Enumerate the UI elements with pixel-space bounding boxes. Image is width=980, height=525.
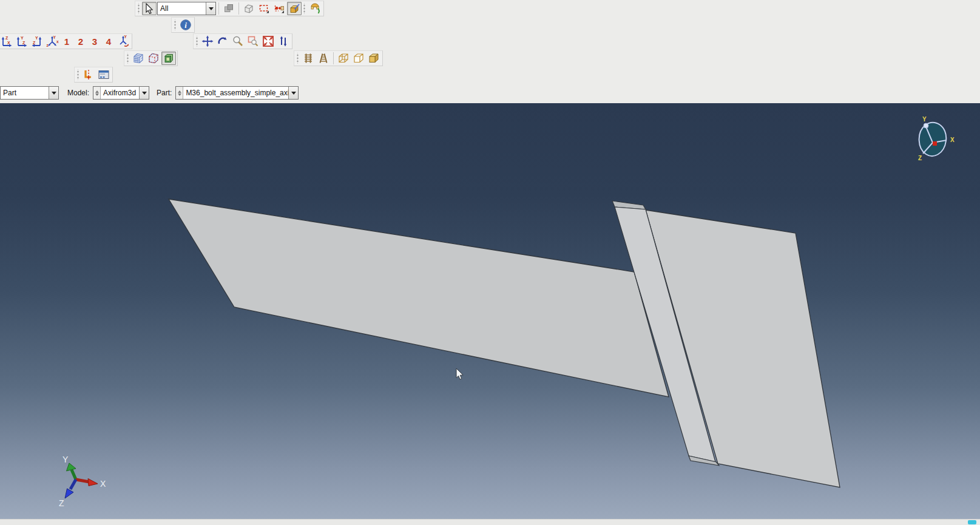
gold-hollow-cube-button[interactable] [351, 52, 366, 65]
front-view-axes-icon: Z X [0, 35, 13, 47]
triad-z-label: Z [59, 498, 64, 508]
apply-front-view-button[interactable]: Z X [0, 35, 14, 48]
cycle-views-button[interactable] [276, 35, 291, 48]
drag-shape-rectangle-icon [259, 3, 269, 14]
select-cursor-icon [144, 3, 155, 14]
user-view-2-button[interactable]: 2 [74, 36, 87, 47]
drag-shape-rectangle-button[interactable] [257, 2, 271, 15]
back-view-axes-icon: Y Z [15, 35, 29, 47]
render-shaded-button[interactable] [161, 52, 176, 65]
svg-text:x: x [56, 39, 59, 44]
projection-toolbar [294, 50, 383, 66]
svg-text:Z: Z [22, 41, 25, 45]
auto-fit-view-icon [262, 35, 274, 47]
abaqus-cae-window: { "selection_toolbar": { "filter_value":… [0, 0, 980, 525]
gold-solid-cube-button[interactable] [367, 52, 381, 65]
parallel-projection-button[interactable] [301, 52, 316, 65]
inside-entities-button[interactable] [272, 2, 286, 15]
model-combo[interactable]: Axifrom3d [93, 86, 149, 100]
toolbar-grip[interactable] [76, 69, 79, 80]
inside-entities-icon [274, 3, 285, 14]
viewport-annotations-button[interactable] [96, 68, 111, 81]
magnify-view-button[interactable] [231, 35, 245, 48]
snap-magnet-icon [309, 3, 321, 15]
module-combo[interactable]: Part [0, 86, 59, 100]
perspective-projection-button[interactable] [316, 52, 331, 65]
model-value: Axifrom3d [101, 89, 139, 97]
toolbar-area: All [0, 0, 980, 103]
select-cursor-button[interactable] [142, 2, 157, 15]
svg-text:Y: Y [124, 35, 127, 39]
compass-x-label: X [950, 137, 955, 143]
auto-fit-view-button[interactable] [261, 35, 275, 48]
viewcut-toolbar [74, 67, 113, 83]
user-view-4-button[interactable]: 4 [102, 36, 115, 47]
part-combo[interactable]: M36_bolt_assembly_simple_axi_1 [175, 86, 299, 100]
toolbar-grip[interactable] [174, 19, 177, 30]
apply-left-view-button[interactable]: Y Z [30, 35, 44, 48]
specify-view-button[interactable]: Y [116, 35, 130, 48]
svg-text:Y: Y [21, 36, 24, 40]
origin-triad: Y X Z [52, 438, 118, 510]
compass-y-label: Y [922, 116, 927, 123]
mouse-cursor [456, 368, 463, 379]
part-geometry [0, 103, 980, 519]
box-zoom-button[interactable] [246, 35, 260, 48]
part-spinner[interactable] [176, 87, 183, 99]
model-label: Model: [67, 89, 89, 97]
part-face-long-plate[interactable] [169, 199, 669, 397]
viewport-canvas[interactable]: Y X Z Y X Z [0, 103, 980, 519]
rotate-view-icon [217, 35, 229, 47]
module-value: Part [1, 89, 49, 97]
left-view-axes-icon: Y Z [30, 35, 44, 47]
user-view-1-button[interactable]: 1 [60, 36, 73, 47]
render-wireframe-icon [132, 52, 144, 64]
group-selection-button[interactable] [221, 2, 236, 15]
render-hiddenline-button[interactable] [146, 52, 161, 65]
snap-magnet-button[interactable] [308, 2, 322, 15]
wireframe-pick-button[interactable] [242, 2, 256, 15]
user-view-3-button[interactable]: 3 [88, 36, 101, 47]
context-bar: Part Model: Axifrom3d Part: M36_bolt_ass… [0, 85, 980, 101]
toolbar-grip[interactable] [126, 53, 129, 64]
render-wireframe-button[interactable] [131, 52, 146, 65]
views-toolbar: Z X Y Z Y Z [0, 33, 132, 49]
chevron-down-icon[interactable] [288, 87, 298, 99]
gold-wireframe-cube-button[interactable] [336, 52, 351, 65]
chevron-down-icon[interactable] [206, 2, 215, 15]
box-zoom-icon [247, 35, 259, 47]
rotate-view-button[interactable] [215, 35, 230, 48]
query-info-button[interactable]: i [178, 18, 193, 32]
svg-text:X: X [7, 41, 10, 45]
model-spinner[interactable] [93, 87, 101, 99]
toolbar-grip[interactable] [296, 53, 299, 64]
parallel-projection-icon [302, 52, 314, 64]
pan-view-button[interactable] [200, 35, 215, 48]
svg-text:Z: Z [33, 41, 36, 45]
apply-iso-view-button[interactable]: Y z x [45, 35, 59, 48]
view-cut-button[interactable] [81, 68, 96, 81]
selection-filter-combo[interactable]: All [157, 2, 216, 15]
render-shaded-icon [163, 52, 175, 64]
toolbar-grip[interactable] [195, 36, 198, 47]
wireframe-pick-icon [243, 3, 254, 14]
chevron-down-icon[interactable] [49, 87, 58, 99]
bottom-strip [0, 519, 980, 525]
view-compass[interactable]: Y X Z [908, 115, 959, 166]
part-value: M36_bolt_assembly_simple_axi_1 [183, 89, 288, 97]
view-manipulation-toolbar [193, 33, 292, 49]
chevron-down-icon[interactable] [139, 87, 149, 99]
group-selection-icon [223, 3, 234, 14]
toolbar-grip[interactable] [303, 3, 306, 14]
compass-z-label: Z [918, 155, 922, 161]
cyan-indicator [968, 520, 976, 524]
apply-back-view-button[interactable]: Y Z [15, 35, 29, 48]
separator [218, 2, 219, 15]
viewport-annotations-icon [98, 69, 110, 81]
triad-y-label: Y [63, 455, 69, 464]
toolbar-grip[interactable] [137, 3, 140, 14]
svg-text:Y: Y [35, 36, 38, 40]
pan-view-icon [201, 35, 214, 47]
svg-text:Z: Z [5, 36, 8, 40]
select-closest-object-button[interactable] [287, 2, 302, 15]
